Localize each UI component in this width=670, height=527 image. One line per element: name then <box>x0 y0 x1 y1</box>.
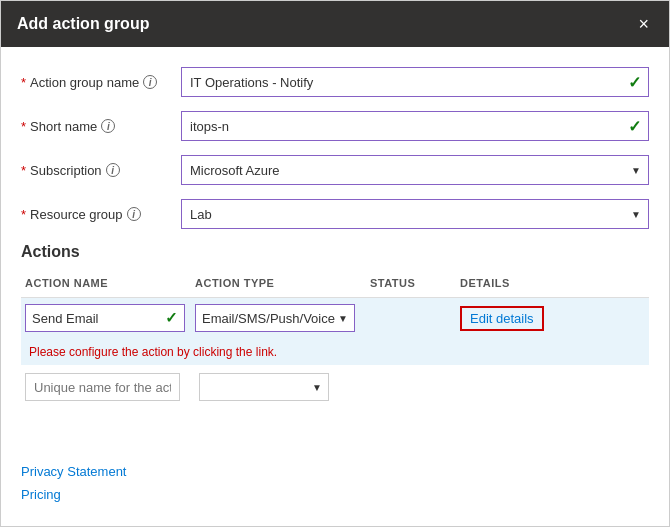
action-group-name-label: * Action group name i <box>21 75 181 90</box>
new-action-row: ▼ <box>21 365 649 409</box>
subscription-row: * Subscription i Microsoft Azure ▼ <box>21 155 649 185</box>
resource-group-select[interactable]: Lab <box>181 199 649 229</box>
close-button[interactable]: × <box>634 13 653 35</box>
new-action-details-cell <box>456 365 649 409</box>
resource-group-select-wrapper: Lab ▼ <box>181 199 649 229</box>
table-row: Send Email ✓ Email/SMS/Push/Voice ▼ <box>21 298 649 339</box>
short-name-valid-icon: ✓ <box>628 117 641 136</box>
short-name-input[interactable] <box>181 111 649 141</box>
configure-message-cell: Please configure the action by clicking … <box>21 338 649 365</box>
short-name-input-wrapper: ✓ <box>181 111 649 141</box>
subscription-select-wrapper: Microsoft Azure ▼ <box>181 155 649 185</box>
dialog-header: Add action group × <box>1 1 669 47</box>
new-action-status-cell <box>366 365 456 409</box>
new-action-name-input[interactable] <box>25 373 180 401</box>
footer-links: Privacy Statement Pricing <box>1 452 669 526</box>
action-group-name-row: * Action group name i ✓ <box>21 67 649 97</box>
action-name-value: Send Email <box>32 311 161 326</box>
privacy-statement-link[interactable]: Privacy Statement <box>21 464 649 479</box>
action-group-name-info-icon[interactable]: i <box>143 75 157 89</box>
configure-message-row: Please configure the action by clicking … <box>21 338 649 365</box>
actions-title: Actions <box>21 243 649 261</box>
short-name-info-icon[interactable]: i <box>101 119 115 133</box>
dialog-body: * Action group name i ✓ * Short name i ✓ <box>1 47 669 452</box>
new-action-chevron-icon: ▼ <box>312 382 322 393</box>
actions-table-header: ACTION NAME ACTION TYPE STATUS DETAILS <box>21 273 649 298</box>
col-header-action-type: ACTION TYPE <box>191 273 366 298</box>
action-type-chevron-icon: ▼ <box>338 313 348 324</box>
edit-details-button[interactable]: Edit details <box>460 306 544 331</box>
action-group-name-input[interactable] <box>181 67 649 97</box>
actions-section: Actions ACTION NAME ACTION TYPE STATUS D… <box>21 243 649 409</box>
required-star: * <box>21 75 26 90</box>
action-details-cell: Edit details <box>456 298 649 339</box>
pricing-link[interactable]: Pricing <box>21 487 649 502</box>
subscription-info-icon[interactable]: i <box>106 163 120 177</box>
actions-table: ACTION NAME ACTION TYPE STATUS DETAILS S… <box>21 273 649 409</box>
action-type-value: Email/SMS/Push/Voice <box>202 311 338 326</box>
new-action-type-cell: ▼ <box>191 365 366 409</box>
action-type-dropdown[interactable]: Email/SMS/Push/Voice ▼ <box>195 304 355 332</box>
resource-group-info-icon[interactable]: i <box>127 207 141 221</box>
required-star-3: * <box>21 163 26 178</box>
configure-message: Please configure the action by clicking … <box>25 341 281 363</box>
col-header-status: STATUS <box>366 273 456 298</box>
action-status-cell <box>366 298 456 339</box>
new-action-type-dropdown[interactable]: ▼ <box>199 373 329 401</box>
col-header-details: DETAILS <box>456 273 649 298</box>
action-name-cell: Send Email ✓ <box>21 298 191 339</box>
subscription-select[interactable]: Microsoft Azure <box>181 155 649 185</box>
short-name-label: * Short name i <box>21 119 181 134</box>
short-name-row: * Short name i ✓ <box>21 111 649 141</box>
required-star-2: * <box>21 119 26 134</box>
col-header-action-name: ACTION NAME <box>21 273 191 298</box>
subscription-label: * Subscription i <box>21 163 181 178</box>
dialog-title: Add action group <box>17 15 149 33</box>
resource-group-label: * Resource group i <box>21 207 181 222</box>
resource-group-row: * Resource group i Lab ▼ <box>21 199 649 229</box>
action-group-name-input-wrapper: ✓ <box>181 67 649 97</box>
new-action-name-cell <box>21 365 191 409</box>
required-star-4: * <box>21 207 26 222</box>
add-action-group-dialog: Add action group × * Action group name i… <box>0 0 670 527</box>
action-type-cell: Email/SMS/Push/Voice ▼ <box>191 298 366 339</box>
action-group-name-valid-icon: ✓ <box>628 73 641 92</box>
action-name-check-icon: ✓ <box>165 309 178 327</box>
action-name-field[interactable]: Send Email ✓ <box>25 304 185 332</box>
